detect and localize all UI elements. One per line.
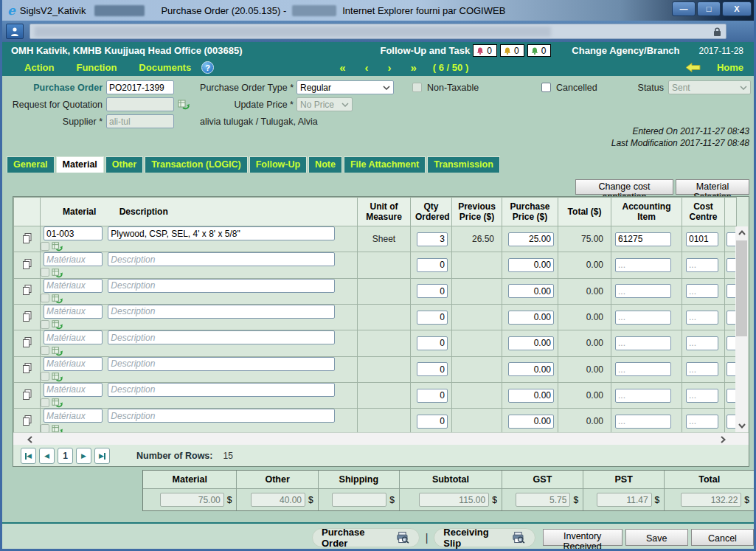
material-lookup-icon[interactable]: [52, 240, 63, 252]
scroll-left-icon[interactable]: [24, 433, 36, 446]
material-lookup-icon[interactable]: [52, 423, 63, 432]
material-description-input[interactable]: [108, 330, 335, 344]
page-next-button[interactable]: ▶: [76, 448, 91, 464]
material-lookup-icon[interactable]: [52, 345, 63, 356]
page-favicon-icon[interactable]: [6, 24, 24, 39]
tab-other[interactable]: Other: [105, 156, 143, 173]
material-code-input[interactable]: [44, 305, 103, 319]
accounting-item-input[interactable]: [615, 232, 671, 246]
material-description-input[interactable]: [108, 279, 335, 293]
purchase-price-input[interactable]: [508, 232, 554, 246]
page-first-button[interactable]: ◀: [21, 448, 36, 464]
grid-vertical-scrollbar[interactable]: [735, 226, 748, 432]
tab-follow-up[interactable]: Follow-Up: [249, 156, 307, 173]
save-button[interactable]: Save: [625, 529, 688, 546]
grid-horizontal-scrollbar[interactable]: [13, 432, 749, 445]
receiving-slip-print-button[interactable]: Receiving Slip: [434, 528, 535, 547]
material-lookup-icon[interactable]: [52, 371, 63, 382]
purchase-price-input[interactable]: [508, 389, 554, 403]
page-previous-button[interactable]: ◀: [39, 448, 55, 464]
cost-centre-input[interactable]: [686, 389, 718, 403]
material-selection-button[interactable]: Material Selection: [676, 179, 749, 195]
change-cost-application-button[interactable]: Change cost application: [575, 179, 673, 195]
material-lookup-icon[interactable]: [52, 319, 63, 330]
material-description-input[interactable]: [108, 305, 335, 319]
tab-file-attachment[interactable]: File Attachment: [344, 156, 426, 173]
cancel-button[interactable]: Cancel: [691, 529, 754, 546]
followup-red-counter[interactable]: 0: [473, 44, 497, 57]
non-taxable-checkbox[interactable]: [412, 83, 422, 92]
material-code-input[interactable]: [44, 357, 103, 371]
nav-previous-record[interactable]: ‹: [364, 61, 368, 74]
page-current[interactable]: 1: [58, 448, 73, 464]
cost-centre-input[interactable]: [686, 336, 718, 350]
material-code-input[interactable]: [44, 409, 103, 423]
accounting-item-input[interactable]: [615, 389, 671, 403]
purchase-price-input[interactable]: [508, 284, 554, 298]
material-description-input[interactable]: [108, 357, 335, 371]
qty-ordered-input[interactable]: [417, 284, 448, 298]
qty-ordered-input[interactable]: [417, 362, 448, 376]
tab-note[interactable]: Note: [308, 156, 342, 173]
inventory-received-button[interactable]: Inventory Received: [543, 529, 623, 546]
material-description-input[interactable]: [108, 252, 335, 266]
home-link[interactable]: Home: [717, 62, 743, 73]
qty-ordered-input[interactable]: [417, 415, 448, 429]
copy-row-icon[interactable]: [21, 284, 33, 296]
menu-action[interactable]: Action: [24, 62, 54, 73]
material-code-input[interactable]: [44, 330, 103, 344]
tab-transaction-logic[interactable]: Transaction (LOGIC): [145, 156, 248, 173]
purchase-price-input[interactable]: [508, 336, 554, 350]
scroll-up-icon[interactable]: [735, 226, 748, 239]
accounting-item-input[interactable]: [615, 258, 671, 272]
purchase-price-input[interactable]: [508, 415, 554, 429]
purchase-price-input[interactable]: [508, 362, 554, 376]
copy-row-icon[interactable]: [21, 232, 33, 244]
nav-next-record[interactable]: ›: [387, 61, 391, 74]
menu-function[interactable]: Function: [76, 62, 117, 73]
copy-row-icon[interactable]: [21, 258, 33, 270]
address-bar[interactable]: [30, 24, 726, 39]
accounting-item-input[interactable]: [615, 311, 671, 325]
maximize-button[interactable]: □: [697, 1, 721, 16]
accounting-item-input[interactable]: [615, 336, 671, 350]
purchase-price-input[interactable]: [508, 311, 554, 325]
followup-yellow-counter[interactable]: 0: [500, 44, 524, 57]
accounting-item-input[interactable]: [615, 362, 671, 376]
help-icon[interactable]: ?: [201, 61, 214, 74]
cost-centre-input[interactable]: [686, 311, 718, 325]
material-lookup-icon[interactable]: [52, 267, 63, 278]
nav-last-record[interactable]: »: [410, 61, 416, 74]
material-code-input[interactable]: [44, 279, 103, 293]
accounting-item-input[interactable]: [615, 415, 671, 429]
cost-centre-input[interactable]: [686, 232, 718, 246]
scroll-right-icon[interactable]: [717, 433, 729, 446]
copy-row-icon[interactable]: [21, 415, 33, 426]
change-agency-branch-link[interactable]: Change Agency/Branch: [572, 45, 679, 56]
qty-ordered-input[interactable]: [417, 258, 448, 272]
material-description-input[interactable]: [108, 383, 335, 397]
scroll-down-icon[interactable]: [735, 420, 748, 432]
copy-row-icon[interactable]: [21, 389, 33, 401]
qty-ordered-input[interactable]: [417, 232, 448, 246]
purchase-order-print-button[interactable]: Purchase Order: [312, 528, 420, 547]
accounting-item-input[interactable]: [615, 284, 671, 298]
page-last-button[interactable]: ▶: [94, 448, 110, 464]
tab-general[interactable]: General: [7, 156, 55, 173]
close-button[interactable]: X: [722, 1, 752, 16]
nav-first-record[interactable]: «: [339, 61, 345, 74]
cost-centre-input[interactable]: [686, 415, 718, 429]
material-lookup-icon[interactable]: [52, 293, 63, 304]
back-arrow-icon[interactable]: [686, 63, 701, 72]
cost-centre-input[interactable]: [686, 284, 718, 298]
tab-transmission[interactable]: Transmission: [427, 156, 500, 173]
menu-documents[interactable]: Documents: [139, 62, 191, 73]
purchase-order-input[interactable]: [106, 80, 174, 94]
material-code-input[interactable]: [44, 226, 103, 240]
copy-row-icon[interactable]: [21, 311, 33, 322]
tab-material[interactable]: Material: [56, 156, 104, 173]
material-lookup-icon[interactable]: [52, 397, 63, 408]
cost-centre-input[interactable]: [686, 258, 718, 272]
material-description-input[interactable]: [108, 226, 335, 240]
material-description-input[interactable]: [108, 409, 335, 423]
